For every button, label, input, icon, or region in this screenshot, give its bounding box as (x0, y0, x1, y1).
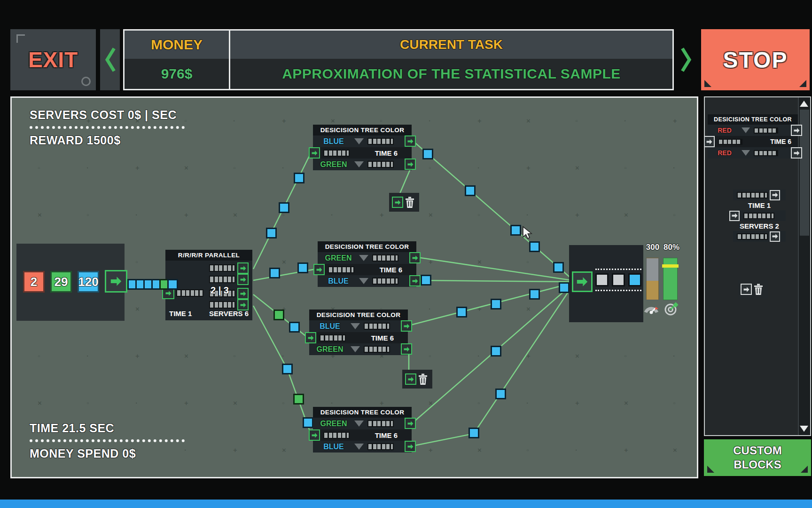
dropdown-icon[interactable] (354, 161, 364, 167)
input-port[interactable] (729, 211, 740, 221)
input-port[interactable] (704, 136, 715, 147)
dropdown-icon[interactable] (742, 127, 750, 133)
output-port[interactable] (405, 441, 416, 452)
servers-label: SERVERS 2 (733, 221, 786, 231)
data-packet-green (273, 310, 284, 320)
dropdown-icon[interactable] (359, 255, 368, 261)
target-icon (664, 302, 678, 318)
sidebar-decision-tree-block[interactable]: DESICISION TREE COLOR RED TIME 6 RED (708, 114, 798, 159)
output-row: RED (708, 125, 798, 136)
speedometer-icon (643, 303, 659, 317)
output-port[interactable] (405, 159, 416, 170)
data-packet-blue (529, 241, 540, 252)
output-row (209, 299, 249, 310)
input-row: TIME 6 (313, 147, 412, 159)
output-row (209, 262, 249, 274)
batch-counter: 2 | 3 (211, 285, 229, 296)
progress-bar (737, 192, 768, 198)
input-port[interactable] (405, 373, 416, 385)
output-row: GREEN (309, 343, 408, 355)
dropdown-icon[interactable] (354, 444, 364, 450)
time-cost-label: TIME 6 (770, 138, 798, 145)
output-port[interactable] (401, 343, 412, 355)
input-port[interactable] (309, 147, 320, 159)
input-port[interactable] (309, 429, 320, 441)
input-port[interactable] (305, 332, 316, 343)
progress-bar (754, 127, 778, 134)
input-output-port[interactable] (105, 270, 127, 293)
trash-node[interactable] (402, 370, 432, 389)
scroll-down-icon[interactable] (800, 426, 808, 432)
output-port[interactable] (405, 418, 416, 429)
money-panel: MONEY 976$ (125, 31, 230, 89)
result-slot-empty (595, 273, 609, 286)
decision-tree-node[interactable]: DESICISION TREE COLOR GREEN TIME 6 BLUE (318, 241, 416, 287)
progress-bar (176, 289, 203, 297)
output-node[interactable] (569, 245, 643, 322)
dropdown-icon[interactable] (351, 346, 360, 352)
output-port[interactable] (409, 275, 421, 286)
color-option-label: BLUE (318, 277, 359, 286)
time-info: TIME 21.5 SEC MONEY SPEND 0$ (30, 421, 185, 460)
output-port[interactable] (791, 125, 802, 136)
data-sample-red: 2 (23, 271, 45, 293)
money-spend-text: MONEY SPEND 0$ (30, 447, 185, 460)
previous-task-button[interactable] (100, 29, 120, 90)
schematic-canvas[interactable]: ·+×▫·+×▫·+×▫·+▫·+×▫·+×▫·+×▫·×▫·+×▫·+×▫·+… (10, 96, 698, 478)
dotted-separator (30, 439, 185, 442)
output-port[interactable] (237, 288, 249, 299)
output-port[interactable] (237, 274, 249, 285)
money-label: MONEY (151, 37, 203, 53)
input-port[interactable] (392, 197, 403, 208)
data-packet-blue (421, 275, 431, 286)
game-screen: EXIT MONEY 976$ CURRENT TASK APPROXIMATI… (0, 0, 812, 508)
output-port[interactable] (409, 252, 421, 263)
output-port[interactable] (791, 147, 802, 159)
color-option-label: GREEN (313, 420, 354, 428)
dropdown-icon[interactable] (354, 138, 364, 144)
sidebar-trash-block[interactable] (738, 280, 768, 299)
custom-blocks-button[interactable]: CUSTOM BLOCKS (704, 439, 811, 476)
scroll-up-icon[interactable] (800, 101, 808, 107)
custom-blocks-label-line1: CUSTOM (733, 444, 782, 458)
node-title: R/R/R/R PARALLEL (165, 250, 252, 261)
parallel-node[interactable]: R/R/R/R PARALLEL 2 | 3 TIME 1 SERVERS 6 (165, 250, 252, 320)
exit-button[interactable]: EXIT (10, 29, 96, 90)
dropdown-icon[interactable] (742, 150, 750, 156)
trash-node[interactable] (389, 193, 419, 212)
video-progress-bar (0, 500, 812, 508)
input-port[interactable] (741, 284, 752, 295)
stop-button[interactable]: STOP (701, 29, 810, 90)
dropdown-icon[interactable] (351, 323, 360, 329)
blocks-sidebar: DESICISION TREE COLOR RED TIME 6 RED (704, 96, 811, 436)
dropdown-icon[interactable] (359, 278, 368, 284)
reward-text: REWARD 1500$ (30, 134, 185, 147)
input-node[interactable]: 2 29 120 (16, 244, 125, 321)
output-port[interactable] (237, 299, 249, 310)
sidebar-parallel-block[interactable]: TIME 1 SERVERS 2 (733, 190, 786, 242)
output-port[interactable] (770, 190, 780, 200)
input-port[interactable] (572, 271, 593, 292)
input-row: TIME 6 (318, 264, 416, 275)
input-port[interactable] (313, 264, 325, 275)
output-port[interactable] (237, 262, 249, 274)
data-packet-blue (465, 185, 476, 196)
circle-decoration (81, 77, 91, 86)
decision-tree-node[interactable]: DESICISION TREE COLOR BLUE TIME 6 GREEN (313, 125, 412, 170)
dotted-separator (30, 126, 185, 129)
output-port[interactable] (770, 231, 780, 242)
output-port[interactable] (401, 320, 412, 332)
next-task-button[interactable] (677, 29, 696, 90)
progress-bar (372, 254, 398, 262)
decision-tree-node[interactable]: DESICISION TREE COLOR BLUE TIME 6 GREEN (309, 310, 408, 355)
decision-tree-node[interactable]: DESICISION TREE COLOR GREEN TIME 6 BLUE (313, 407, 412, 452)
output-row: BLUE (318, 275, 416, 287)
color-option-label: RED (708, 127, 742, 134)
data-packet-blue (510, 225, 521, 236)
trash-icon (753, 283, 764, 295)
progress-bar (364, 346, 390, 353)
progress-bar (367, 161, 394, 168)
dropdown-icon[interactable] (354, 421, 364, 427)
output-port[interactable] (405, 135, 416, 147)
output-row: BLUE (309, 320, 408, 332)
